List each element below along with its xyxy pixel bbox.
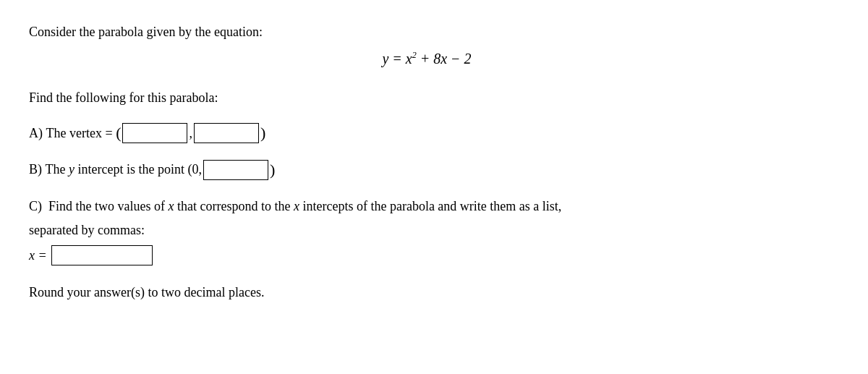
- question-a-block: A) The vertex = ( , ): [29, 123, 825, 144]
- question-a-prefix: A): [29, 123, 46, 144]
- problem-container: Consider the parabola given by the equat…: [29, 22, 825, 302]
- question-b-label: B) The y intercept is the point (0, ): [29, 159, 275, 180]
- question-c-text1: Find the two values of: [48, 199, 168, 213]
- close-paren-b: ): [270, 162, 275, 178]
- x-intercepts-input-box[interactable]: [51, 245, 153, 265]
- open-paren-a: (: [116, 125, 121, 141]
- intro-text: Consider the parabola given by the equat…: [29, 22, 825, 43]
- vertex-y-input[interactable]: [195, 125, 258, 144]
- question-c-x-var2: x: [294, 199, 299, 213]
- question-c-block: C) Find the two values of x that corresp…: [29, 196, 825, 265]
- question-a-text: The vertex: [46, 123, 102, 144]
- x-intercepts-input[interactable]: [52, 247, 152, 266]
- question-a-equals: =: [102, 123, 116, 144]
- vertex-y-input-box[interactable]: [194, 123, 259, 143]
- question-b-prefix: B): [29, 159, 46, 180]
- question-b-the: The: [46, 159, 66, 180]
- vertex-x-input[interactable]: [123, 125, 187, 144]
- question-b-text2: intercept is the point (0,: [75, 159, 202, 180]
- y-intercept-input-box[interactable]: [203, 160, 268, 180]
- question-a-label: A) The vertex = ( , ): [29, 123, 265, 144]
- vertex-x-input-box[interactable]: [122, 123, 187, 143]
- equation-display: y = x2 + 8x − 2: [29, 47, 825, 70]
- y-intercept-input[interactable]: [204, 162, 268, 181]
- find-text: Find the following for this parabola:: [29, 88, 825, 109]
- question-c-text3: intercepts of the parabola and write the…: [302, 199, 561, 213]
- question-c-text: C) Find the two values of x that corresp…: [29, 196, 825, 217]
- question-b-block: B) The y intercept is the point (0, ): [29, 159, 825, 180]
- comma-a: ,: [189, 123, 192, 144]
- question-c-prefix: C): [29, 199, 46, 213]
- round-text: Round your answer(s) to two decimal plac…: [29, 282, 825, 303]
- question-c-text2: that correspond to the: [177, 199, 294, 213]
- x-answer-block: x =: [29, 245, 825, 266]
- x-equals-label: x =: [29, 245, 47, 266]
- close-paren-a: ): [260, 125, 265, 141]
- question-c-text4: separated by commas:: [29, 220, 825, 241]
- question-c-x-var: x: [168, 199, 174, 213]
- question-b-y-var: y: [69, 159, 75, 180]
